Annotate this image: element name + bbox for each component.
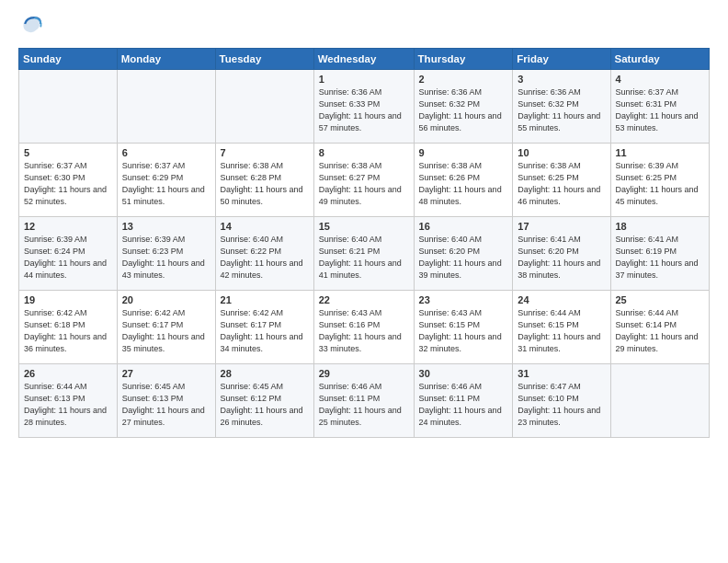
day-cell-6: 6Sunrise: 6:37 AMSunset: 6:29 PMDaylight…: [117, 144, 215, 217]
sunrise-text: Sunrise: 6:44 AM: [24, 382, 87, 391]
day-cell-16: 16Sunrise: 6:40 AMSunset: 6:20 PMDayligh…: [414, 217, 513, 291]
calendar-header-row: SundayMondayTuesdayWednesdayThursdayFrid…: [19, 49, 710, 70]
day-cell-2: 2Sunrise: 6:36 AMSunset: 6:32 PMDaylight…: [414, 70, 513, 144]
day-cell-31: 31Sunrise: 6:47 AMSunset: 6:10 PMDayligh…: [513, 364, 610, 438]
day-info: Sunrise: 6:42 AMSunset: 6:18 PMDaylight:…: [24, 307, 112, 355]
sunset-text: Sunset: 6:18 PM: [24, 320, 85, 329]
daylight-text: Daylight: 11 hours and 45 minutes.: [616, 185, 699, 206]
daylight-text: Daylight: 11 hours and 48 minutes.: [419, 185, 502, 206]
daylight-text: Daylight: 11 hours and 43 minutes.: [122, 259, 205, 280]
day-cell-14: 14Sunrise: 6:40 AMSunset: 6:22 PMDayligh…: [215, 217, 313, 291]
day-cell-9: 9Sunrise: 6:38 AMSunset: 6:26 PMDaylight…: [414, 144, 513, 217]
day-info: Sunrise: 6:42 AMSunset: 6:17 PMDaylight:…: [221, 307, 309, 355]
day-cell-23: 23Sunrise: 6:43 AMSunset: 6:15 PMDayligh…: [414, 291, 513, 364]
col-header-tuesday: Tuesday: [215, 49, 313, 70]
day-info: Sunrise: 6:47 AMSunset: 6:10 PMDaylight:…: [518, 381, 605, 429]
daylight-text: Daylight: 11 hours and 26 minutes.: [221, 406, 303, 427]
week-row-1: 1Sunrise: 6:36 AMSunset: 6:33 PMDaylight…: [19, 70, 710, 144]
sunrise-text: Sunrise: 6:41 AM: [518, 235, 581, 244]
sunrise-text: Sunrise: 6:36 AM: [518, 87, 581, 97]
col-header-saturday: Saturday: [610, 49, 710, 70]
sunrise-text: Sunrise: 6:42 AM: [122, 308, 186, 317]
day-number: 24: [518, 294, 605, 305]
sunrise-text: Sunrise: 6:37 AM: [24, 161, 87, 170]
daylight-text: Daylight: 11 hours and 36 minutes.: [24, 332, 107, 353]
day-info: Sunrise: 6:44 AMSunset: 6:15 PMDaylight:…: [518, 307, 605, 355]
logo-icon: [20, 13, 42, 35]
sunset-text: Sunset: 6:24 PM: [24, 247, 85, 256]
sunset-text: Sunset: 6:27 PM: [319, 173, 381, 182]
daylight-text: Daylight: 11 hours and 51 minutes.: [122, 185, 205, 206]
day-number: 8: [319, 147, 409, 158]
day-number: 30: [419, 368, 508, 379]
sunset-text: Sunset: 6:32 PM: [419, 99, 481, 109]
day-number: 2: [419, 74, 508, 85]
logo: [18, 17, 46, 39]
sunrise-text: Sunrise: 6:45 AM: [122, 382, 186, 391]
day-info: Sunrise: 6:46 AMSunset: 6:11 PMDaylight:…: [319, 381, 409, 429]
day-info: Sunrise: 6:44 AMSunset: 6:13 PMDaylight:…: [24, 381, 112, 429]
day-info: Sunrise: 6:45 AMSunset: 6:12 PMDaylight:…: [221, 381, 309, 429]
col-header-wednesday: Wednesday: [313, 49, 414, 70]
day-cell-25: 25Sunrise: 6:44 AMSunset: 6:14 PMDayligh…: [610, 291, 710, 364]
day-cell-28: 28Sunrise: 6:45 AMSunset: 6:12 PMDayligh…: [215, 364, 313, 438]
day-cell-1: 1Sunrise: 6:36 AMSunset: 6:33 PMDaylight…: [313, 70, 414, 144]
sunset-text: Sunset: 6:11 PM: [419, 394, 481, 403]
sunrise-text: Sunrise: 6:37 AM: [616, 87, 679, 97]
sunset-text: Sunset: 6:25 PM: [616, 173, 677, 182]
day-cell-10: 10Sunrise: 6:38 AMSunset: 6:25 PMDayligh…: [513, 144, 610, 217]
day-info: Sunrise: 6:36 AMSunset: 6:33 PMDaylight:…: [319, 86, 409, 134]
day-number: 4: [616, 74, 705, 85]
day-info: Sunrise: 6:36 AMSunset: 6:32 PMDaylight:…: [518, 86, 605, 134]
daylight-text: Daylight: 11 hours and 23 minutes.: [518, 406, 600, 427]
day-number: 26: [24, 368, 112, 379]
day-number: 5: [24, 147, 112, 158]
sunrise-text: Sunrise: 6:44 AM: [616, 308, 679, 317]
day-number: 9: [419, 147, 508, 158]
sunset-text: Sunset: 6:10 PM: [518, 394, 579, 403]
sunset-text: Sunset: 6:30 PM: [24, 173, 85, 182]
week-row-4: 19Sunrise: 6:42 AMSunset: 6:18 PMDayligh…: [19, 291, 710, 364]
daylight-text: Daylight: 11 hours and 31 minutes.: [518, 332, 600, 353]
day-info: Sunrise: 6:45 AMSunset: 6:13 PMDaylight:…: [122, 381, 210, 429]
sunset-text: Sunset: 6:14 PM: [616, 320, 677, 329]
sunset-text: Sunset: 6:17 PM: [122, 320, 184, 329]
day-info: Sunrise: 6:40 AMSunset: 6:20 PMDaylight:…: [419, 234, 508, 282]
sunrise-text: Sunrise: 6:38 AM: [419, 161, 483, 170]
col-header-friday: Friday: [513, 49, 610, 70]
sunset-text: Sunset: 6:23 PM: [122, 247, 184, 256]
daylight-text: Daylight: 11 hours and 27 minutes.: [122, 406, 205, 427]
daylight-text: Daylight: 11 hours and 44 minutes.: [24, 259, 107, 280]
day-info: Sunrise: 6:36 AMSunset: 6:32 PMDaylight:…: [419, 86, 508, 134]
sunset-text: Sunset: 6:13 PM: [122, 394, 184, 403]
day-number: 14: [221, 221, 309, 232]
sunset-text: Sunset: 6:16 PM: [319, 320, 381, 329]
empty-cell: [215, 70, 313, 144]
sunrise-text: Sunrise: 6:42 AM: [221, 308, 284, 317]
daylight-text: Daylight: 11 hours and 57 minutes.: [319, 111, 402, 132]
day-cell-13: 13Sunrise: 6:39 AMSunset: 6:23 PMDayligh…: [117, 217, 215, 291]
day-cell-15: 15Sunrise: 6:40 AMSunset: 6:21 PMDayligh…: [313, 217, 414, 291]
sunrise-text: Sunrise: 6:43 AM: [319, 308, 382, 317]
empty-cell: [610, 364, 710, 438]
day-number: 13: [122, 221, 210, 232]
daylight-text: Daylight: 11 hours and 42 minutes.: [221, 259, 303, 280]
day-cell-20: 20Sunrise: 6:42 AMSunset: 6:17 PMDayligh…: [117, 291, 215, 364]
day-number: 19: [24, 294, 112, 305]
week-row-2: 5Sunrise: 6:37 AMSunset: 6:30 PMDaylight…: [19, 144, 710, 217]
day-cell-27: 27Sunrise: 6:45 AMSunset: 6:13 PMDayligh…: [117, 364, 215, 438]
daylight-text: Daylight: 11 hours and 53 minutes.: [616, 111, 699, 132]
day-number: 10: [518, 147, 605, 158]
day-info: Sunrise: 6:37 AMSunset: 6:31 PMDaylight:…: [616, 86, 705, 134]
day-cell-22: 22Sunrise: 6:43 AMSunset: 6:16 PMDayligh…: [313, 291, 414, 364]
sunset-text: Sunset: 6:15 PM: [518, 320, 579, 329]
calendar: SundayMondayTuesdayWednesdayThursdayFrid…: [18, 48, 710, 438]
daylight-text: Daylight: 11 hours and 50 minutes.: [221, 185, 303, 206]
sunset-text: Sunset: 6:32 PM: [518, 99, 579, 109]
day-info: Sunrise: 6:38 AMSunset: 6:25 PMDaylight:…: [518, 160, 605, 208]
sunrise-text: Sunrise: 6:37 AM: [122, 161, 186, 170]
daylight-text: Daylight: 11 hours and 46 minutes.: [518, 185, 600, 206]
daylight-text: Daylight: 11 hours and 37 minutes.: [616, 259, 699, 280]
day-number: 29: [319, 368, 409, 379]
day-number: 21: [221, 294, 309, 305]
